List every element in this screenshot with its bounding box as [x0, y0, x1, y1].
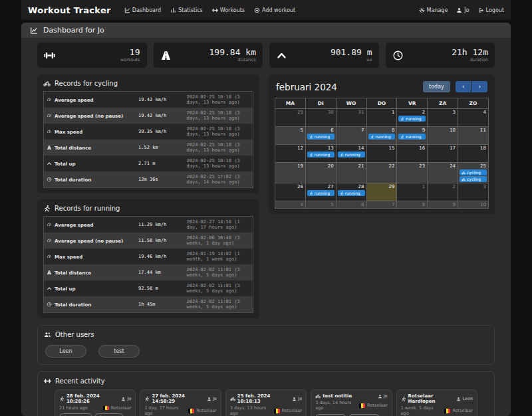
dumbbell-icon	[44, 50, 55, 61]
nav-dashboard[interactable]: Dashboard	[124, 7, 161, 13]
day-number: 1	[397, 183, 427, 189]
activity-location: Rotselaar	[188, 405, 217, 416]
stat-value: 901.89 m	[331, 48, 372, 57]
calendar-today-button[interactable]: today	[423, 81, 450, 92]
nav-manage[interactable]: Manage	[419, 7, 448, 13]
day-number: 20	[306, 163, 336, 169]
bicycle-icon	[315, 393, 321, 399]
day-number: 19	[275, 163, 305, 169]
calendar-day-header: VR	[397, 98, 428, 109]
record-label: Average speed (no pause)	[44, 108, 136, 124]
calendar-event-running[interactable]: running	[307, 134, 334, 140]
record-label: Total duration	[44, 296, 136, 313]
record-value: 1.52 km	[136, 140, 184, 156]
record-value: 2.71 m	[136, 156, 184, 171]
calendar-event-cycling[interactable]: cycling	[460, 169, 487, 175]
calendar-event-running[interactable]: running	[338, 152, 365, 157]
calendar-panel: februari 2024 today ‹ › MADIWODOVRZAZO 2…	[269, 74, 495, 214]
calendar-week-row: 19202122232425cyclingcycling	[275, 163, 489, 183]
calendar-day-cell: 2	[428, 183, 458, 201]
nav-statistics[interactable]: Statistics	[170, 7, 203, 13]
nav-logout[interactable]: Logout	[478, 7, 504, 13]
people-icon	[44, 331, 51, 338]
app-title: Workout Tracker	[28, 5, 111, 15]
calendar-day-header: ZA	[428, 98, 458, 109]
user-button-test[interactable]: test	[98, 345, 140, 358]
record-row: Max speed39.35 km/h2024-02-25 18:18 (3 d…	[44, 124, 253, 140]
activity-card[interactable]: test notitieJo3 days, 14 hours agoRotsel…	[311, 389, 392, 416]
calendar-day-header: WO	[336, 98, 366, 109]
calendar-event-running[interactable]: running	[307, 152, 334, 157]
panel-title-text: Records for cycling	[55, 80, 118, 87]
content-row: Records for cycling Average speed19.42 k…	[21, 71, 511, 318]
record-label: Total duration	[44, 171, 136, 188]
activity-user: Jo	[292, 396, 302, 401]
activity-card-header: Rotselaar HardlopenLeen	[401, 393, 473, 404]
day-number: 5	[306, 201, 336, 207]
calendar-day-cell: 14running	[336, 145, 366, 163]
calendar-day-cell: 30	[305, 109, 336, 127]
calendar-prev-button[interactable]: ‹	[456, 81, 471, 92]
calendar-week-row: 2627running28running29123	[275, 183, 489, 201]
event-label: running	[315, 191, 330, 195]
day-number: 14	[336, 145, 366, 151]
gauge-icon	[47, 222, 52, 227]
user-button-leen[interactable]: Leen	[45, 345, 86, 358]
nav-add-workout[interactable]: Add workout	[254, 7, 295, 13]
calendar-event-running[interactable]: running	[398, 134, 426, 140]
person-icon	[121, 397, 126, 401]
record-label-text: Average speed (no pause)	[55, 114, 123, 119]
day-number: 2	[428, 183, 458, 189]
activity-subheader: 3 days, 14 hours agoRotselaar	[315, 400, 387, 411]
runner-icon	[309, 153, 313, 157]
calendar-day-cell: 6running	[305, 127, 336, 145]
activity-subheader: 21 hours agoRotselaar	[59, 405, 131, 411]
records-cycling-title: Records for cycling	[43, 80, 253, 87]
calendar-day-cell: 3	[428, 109, 458, 127]
calendar-next-button[interactable]: ›	[471, 81, 487, 92]
activity-title: 27 feb. 2024 14:58:29	[152, 393, 205, 404]
calendar-event-running[interactable]: running	[307, 190, 334, 196]
calendar-day-cell: 16	[397, 145, 428, 163]
calendar-day-cell: 28running	[336, 183, 366, 201]
calendar-event-running[interactable]: running	[338, 190, 365, 196]
records-running-title: Records for running	[43, 205, 253, 212]
activity-card[interactable]: Rotselaar HardlopenLeen1 week, 5 days ag…	[396, 389, 477, 416]
calendar-event-running[interactable]: running	[398, 116, 426, 122]
recent-activity-panel: Recent activity 28 feb. 2024 10:28:26Jo2…	[37, 371, 495, 416]
record-label-text: Average speed	[55, 223, 94, 228]
calendar-day-cell: 22	[366, 163, 397, 183]
calendar-day-cell: 5	[305, 201, 336, 209]
belgium-flag-icon	[274, 409, 280, 413]
activity-ago: 3 days, 13 hours ago	[230, 405, 267, 416]
activity-subheader: 1 week, 5 days agoRotselaar	[401, 405, 473, 416]
activity-card[interactable]: 27 feb. 2024 14:58:29Jo1 day, 17 hours a…	[140, 389, 221, 416]
calendar-nav-group: ‹ ›	[456, 81, 487, 92]
calendar-event-cycling[interactable]: cycling	[460, 176, 487, 182]
clock-icon	[47, 177, 52, 182]
calendar-event-running[interactable]: running	[368, 134, 396, 140]
record-label: Average speed (no pause)	[44, 233, 136, 249]
record-value: 39.35 km/h	[136, 124, 184, 140]
day-number: 6	[306, 127, 336, 133]
record-label: Max speed	[44, 249, 136, 264]
activity-card[interactable]: 28 feb. 2024 10:28:26Jo21 hours agoRotse…	[55, 389, 136, 416]
activity-card[interactable]: 25 feb. 2024 18:18:13Jo3 days, 13 hours …	[225, 389, 307, 416]
record-label-text: Max speed	[55, 130, 82, 135]
record-label-text: Average speed (no pause)	[55, 239, 123, 244]
activity-user-name: Jo	[127, 396, 131, 401]
person-icon	[456, 7, 462, 13]
nav-workouts[interactable]: Workouts	[212, 7, 245, 13]
clock-icon	[47, 302, 52, 307]
calendar-day-cell: 12	[275, 145, 306, 163]
person-icon	[207, 397, 211, 401]
record-date: 2024-02-25 18:18 (3 days, 13 hours ago)	[184, 140, 253, 156]
day-number: 2	[397, 109, 427, 115]
nav-profile[interactable]: Jo	[456, 7, 469, 13]
activity-subheader: 1 day, 17 hours agoRotselaar	[144, 405, 216, 416]
logout-icon	[478, 7, 484, 13]
record-label-text: Total duration	[55, 177, 91, 183]
calendar-day-header: DO	[366, 98, 397, 109]
activity-title: 28 feb. 2024 10:28:26	[66, 393, 119, 404]
other-users-title: Other users	[44, 331, 488, 338]
